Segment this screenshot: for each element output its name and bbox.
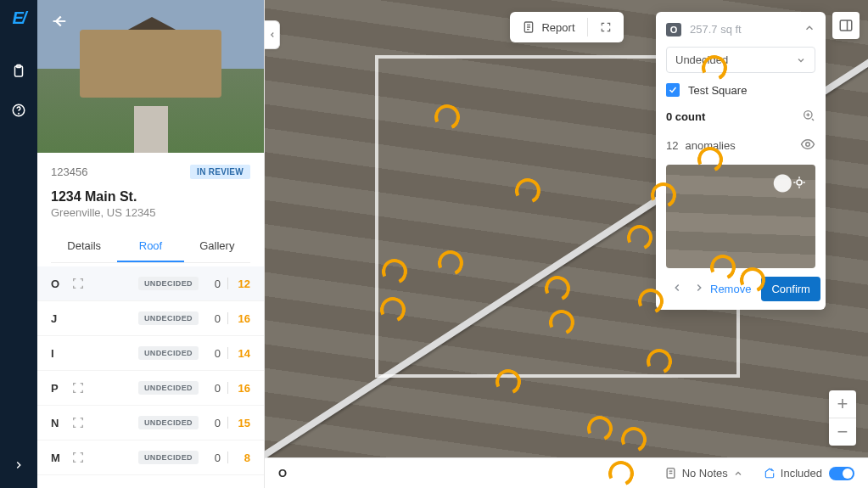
facets-list: OUNDECIDED012JUNDECIDED016IUNDECIDED014P… [37, 266, 264, 488]
facet-row-J[interactable]: JUNDECIDED016 [37, 301, 264, 336]
facet-status: UNDECIDED [138, 381, 199, 395]
facet-row-N[interactable]: NUNDECIDED015 [37, 406, 264, 440]
test-square-icon [71, 416, 88, 429]
included-toggle[interactable]: Included [764, 467, 854, 480]
facet-status: UNDECIDED [138, 311, 199, 325]
facet-count: 0 [209, 347, 221, 360]
layout-toggle-button[interactable] [832, 12, 860, 39]
facet-status: UNDECIDED [138, 451, 199, 464]
facet-row-M[interactable]: MUNDECIDED08 [37, 440, 264, 475]
left-panel: 123456 IN REVIEW 1234 Main St. Greenvill… [37, 0, 265, 488]
facet-anomalies: 14 [235, 347, 250, 360]
bottom-bar: O No Notes Included [265, 457, 868, 488]
property-thumbnail [37, 0, 264, 153]
facet-letter: I [51, 347, 71, 360]
closeup-image [666, 165, 815, 268]
test-square-icon [71, 381, 88, 395]
facet-row-O[interactable]: OUNDECIDED012 [37, 266, 264, 301]
address-sub: Greenville, US 12345 [51, 206, 250, 219]
nav-rail: E/ [0, 0, 37, 488]
facet-letter: N [51, 417, 71, 429]
facet-count: 0 [209, 417, 221, 429]
svg-point-6 [806, 143, 810, 147]
facet-count: 0 [209, 382, 221, 395]
address-title: 1234 Main St. [51, 189, 250, 205]
zoom-in-button[interactable]: + [829, 390, 856, 418]
count-label: 0 count [666, 110, 705, 123]
add-count-icon[interactable] [802, 109, 815, 125]
back-arrow-icon[interactable] [49, 12, 68, 33]
facet-status: UNDECIDED [138, 346, 199, 360]
current-facet-label: O [278, 467, 287, 480]
top-toolbar: Report [509, 12, 623, 42]
facet-chip: O [666, 23, 681, 36]
report-label: Report [541, 21, 574, 34]
tab-details[interactable]: Details [51, 231, 117, 262]
next-anomaly-button[interactable] [688, 278, 710, 300]
facet-status: UNDECIDED [138, 416, 199, 429]
facet-row-I[interactable]: IUNDECIDED014 [37, 336, 264, 371]
claim-id: 123456 [51, 165, 87, 178]
facet-letter: P [51, 382, 71, 395]
included-switch[interactable] [829, 467, 854, 480]
facet-row-P[interactable]: PUNDECIDED016 [37, 371, 264, 406]
prev-anomaly-button[interactable] [666, 278, 688, 300]
svg-point-7 [797, 180, 802, 185]
facet-anomalies: 12 [235, 278, 250, 290]
test-square-icon [71, 451, 88, 464]
status-badge: IN REVIEW [190, 165, 250, 179]
collapse-panel-icon[interactable] [804, 22, 815, 36]
facet-area: 257.7 sq ft [690, 23, 804, 36]
logo-icon: E/ [13, 8, 25, 28]
decision-dropdown[interactable]: Undecided [666, 47, 815, 73]
test-square-icon [71, 277, 88, 290]
svg-point-3 [19, 113, 20, 114]
zoom-controls: + − [829, 390, 856, 446]
zoom-out-button[interactable]: − [829, 418, 856, 446]
test-square-checkbox[interactable] [666, 83, 680, 97]
facet-status: UNDECIDED [138, 277, 199, 290]
test-square-icon [71, 346, 88, 360]
collapse-left-panel-button[interactable] [265, 20, 280, 49]
facet-count: 0 [209, 312, 221, 325]
inspection-panel: O 257.7 sq ft Undecided Test Square 0 co… [656, 12, 826, 310]
confirm-button[interactable]: Confirm [761, 277, 820, 301]
toggle-visibility-icon[interactable] [800, 137, 815, 154]
expand-rail-icon[interactable] [9, 456, 28, 474]
notes-button[interactable]: No Notes [664, 467, 748, 480]
facet-letter: J [51, 312, 71, 325]
tab-gallery[interactable]: Gallery [184, 231, 250, 262]
facet-letter: O [51, 278, 71, 290]
facet-count: 0 [209, 278, 221, 290]
main-viewport[interactable]: Report O 257.7 sq ft Undecided [265, 0, 868, 488]
tab-roof[interactable]: Roof [117, 231, 183, 262]
crosshair-icon [792, 175, 807, 193]
test-square-icon [71, 311, 88, 325]
facet-anomalies: 8 [235, 452, 250, 464]
facet-anomalies: 16 [235, 312, 250, 325]
facet-anomalies: 16 [235, 382, 250, 395]
help-icon[interactable] [9, 101, 28, 120]
test-square-label: Test Square [688, 84, 747, 97]
facet-count: 0 [209, 452, 221, 464]
anomaly-count: 12 [666, 139, 678, 152]
fullscreen-button[interactable] [588, 12, 624, 42]
svg-rect-8 [840, 20, 852, 31]
facet-anomalies: 15 [235, 417, 250, 429]
clipboard-icon[interactable] [9, 62, 28, 81]
report-button[interactable]: Report [509, 12, 586, 42]
facet-letter: M [51, 452, 71, 464]
